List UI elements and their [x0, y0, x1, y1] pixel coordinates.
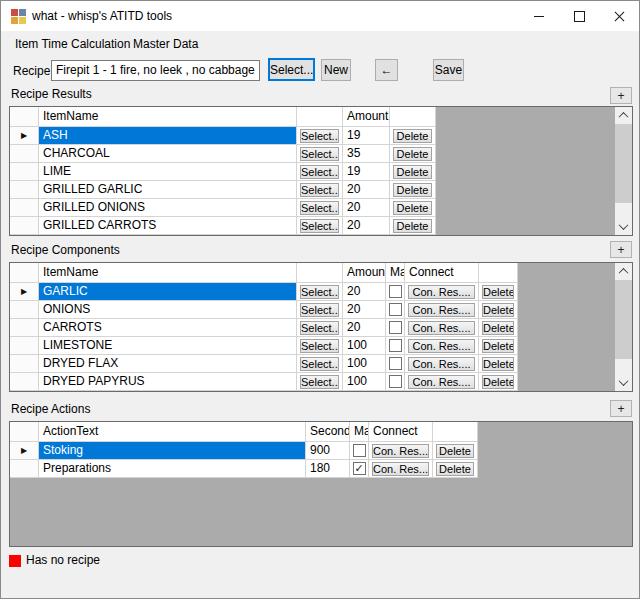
- delete-row-button[interactable]: Delete: [436, 462, 474, 476]
- delete-row-button[interactable]: Delete: [393, 129, 432, 143]
- corner-header[interactable]: [10, 107, 39, 127]
- title-bar[interactable]: what - whisp's ATITD tools: [1, 1, 639, 31]
- amount-cell[interactable]: 19: [343, 163, 390, 181]
- made-checkbox[interactable]: [389, 375, 402, 388]
- connect-resource-button[interactable]: Con. Res....: [408, 321, 475, 335]
- delete-row-button[interactable]: Delete: [393, 147, 432, 161]
- delete-row-button[interactable]: Delete: [436, 444, 474, 458]
- item-name-cell[interactable]: ASH: [39, 127, 297, 145]
- delete-row-button[interactable]: Delete: [482, 339, 514, 353]
- recipe-select-button[interactable]: Select...: [268, 58, 315, 81]
- row-selector[interactable]: [10, 163, 39, 181]
- column-header-connect[interactable]: Connect: [405, 263, 479, 283]
- results-add-button[interactable]: +: [610, 87, 632, 104]
- connect-resource-button[interactable]: Con. Res....: [408, 375, 475, 389]
- corner-header[interactable]: [10, 263, 39, 283]
- scrollbar-thumb[interactable]: [615, 280, 632, 359]
- row-selector[interactable]: [10, 145, 39, 163]
- actions-add-button[interactable]: +: [610, 400, 632, 417]
- maximize-button[interactable]: [559, 1, 599, 31]
- delete-row-button[interactable]: Delete: [482, 375, 514, 389]
- column-header-itemname[interactable]: ItemName: [39, 107, 297, 127]
- action-text-cell[interactable]: Preparations: [39, 460, 306, 478]
- menu-item-time-calculation[interactable]: Item Time Calculation: [9, 31, 136, 57]
- row-selector[interactable]: ▶: [10, 127, 39, 145]
- column-header-connect[interactable]: Connect: [369, 422, 433, 442]
- connect-resource-button[interactable]: Con. Res...: [372, 462, 429, 476]
- column-header-ma[interactable]: Ma: [350, 422, 369, 442]
- connect-resource-button[interactable]: Con. Res....: [408, 303, 475, 317]
- amount-cell[interactable]: 35: [343, 145, 390, 163]
- column-header-delete[interactable]: [390, 107, 436, 127]
- scrollbar-thumb[interactable]: [615, 124, 632, 203]
- row-selector[interactable]: [10, 337, 39, 355]
- row-selector[interactable]: [10, 319, 39, 337]
- column-header-amount[interactable]: Amount: [343, 107, 390, 127]
- delete-row-button[interactable]: Delete: [393, 201, 432, 215]
- delete-row-button[interactable]: Delete: [393, 183, 432, 197]
- item-name-cell[interactable]: GRILLED CARROTS: [39, 217, 297, 235]
- select-item-button[interactable]: Select...: [300, 201, 339, 215]
- recipe-input[interactable]: Firepit 1 - 1 fire, no leek , no cabbage: [51, 60, 260, 81]
- select-item-button[interactable]: Select...: [300, 339, 339, 353]
- seconds-cell[interactable]: 180: [306, 460, 350, 478]
- column-header-ma[interactable]: Ma: [386, 263, 405, 283]
- recipe-new-button[interactable]: New: [321, 59, 351, 81]
- select-item-button[interactable]: Select...: [300, 183, 339, 197]
- column-header-itemname[interactable]: ItemName: [39, 263, 297, 283]
- item-name-cell[interactable]: CHARCOAL: [39, 145, 297, 163]
- made-checkbox[interactable]: [389, 303, 402, 316]
- amount-cell[interactable]: 20: [343, 301, 386, 319]
- select-item-button[interactable]: Select...: [300, 303, 339, 317]
- column-header-select[interactable]: [297, 263, 343, 283]
- select-item-button[interactable]: Select...: [300, 165, 339, 179]
- amount-cell[interactable]: 19: [343, 127, 390, 145]
- made-checkbox[interactable]: [353, 444, 366, 457]
- scroll-up-icon[interactable]: [615, 107, 632, 124]
- item-name-cell[interactable]: CARROTS: [39, 319, 297, 337]
- seconds-cell[interactable]: 900: [306, 442, 350, 460]
- components-scrollbar[interactable]: [615, 263, 632, 391]
- amount-cell[interactable]: 100: [343, 373, 386, 391]
- select-item-button[interactable]: Select...: [300, 219, 339, 233]
- item-name-cell[interactable]: GRILLED GARLIC: [39, 181, 297, 199]
- action-text-cell[interactable]: Stoking: [39, 442, 306, 460]
- amount-cell[interactable]: 20: [343, 283, 386, 301]
- delete-row-button[interactable]: Delete: [393, 219, 432, 233]
- item-name-cell[interactable]: GARLIC: [39, 283, 297, 301]
- components-add-button[interactable]: +: [610, 241, 632, 258]
- results-scrollbar[interactable]: [615, 107, 632, 235]
- select-item-button[interactable]: Select...: [300, 147, 339, 161]
- amount-cell[interactable]: 20: [343, 217, 390, 235]
- made-checkbox[interactable]: ✓: [353, 462, 366, 475]
- row-selector[interactable]: [10, 181, 39, 199]
- recipe-save-button[interactable]: Save: [433, 59, 464, 81]
- scroll-down-icon[interactable]: [615, 374, 632, 391]
- made-checkbox[interactable]: [389, 321, 402, 334]
- select-item-button[interactable]: Select...: [300, 285, 339, 299]
- column-header-actiontext[interactable]: ActionText: [39, 422, 306, 442]
- item-name-cell[interactable]: LIMESTONE: [39, 337, 297, 355]
- row-selector[interactable]: [10, 460, 39, 478]
- row-selector[interactable]: [10, 373, 39, 391]
- made-checkbox[interactable]: [389, 357, 402, 370]
- row-selector[interactable]: [10, 199, 39, 217]
- item-name-cell[interactable]: DRYED FLAX: [39, 355, 297, 373]
- select-item-button[interactable]: Select...: [300, 129, 339, 143]
- item-name-cell[interactable]: ONIONS: [39, 301, 297, 319]
- column-header-delete[interactable]: [479, 263, 518, 283]
- row-selector[interactable]: [10, 301, 39, 319]
- amount-cell[interactable]: 20: [343, 319, 386, 337]
- amount-cell[interactable]: 100: [343, 355, 386, 373]
- scroll-down-icon[interactable]: [615, 218, 632, 235]
- select-item-button[interactable]: Select...: [300, 321, 339, 335]
- delete-row-button[interactable]: Delete: [482, 357, 514, 371]
- item-name-cell[interactable]: GRILLED ONIONS: [39, 199, 297, 217]
- connect-resource-button[interactable]: Con. Res....: [408, 285, 475, 299]
- select-item-button[interactable]: Select...: [300, 357, 339, 371]
- delete-row-button[interactable]: Delete: [482, 321, 514, 335]
- column-header-select[interactable]: [297, 107, 343, 127]
- connect-resource-button[interactable]: Con. Res....: [408, 339, 475, 353]
- scroll-up-icon[interactable]: [615, 263, 632, 280]
- minimize-button[interactable]: [519, 1, 559, 31]
